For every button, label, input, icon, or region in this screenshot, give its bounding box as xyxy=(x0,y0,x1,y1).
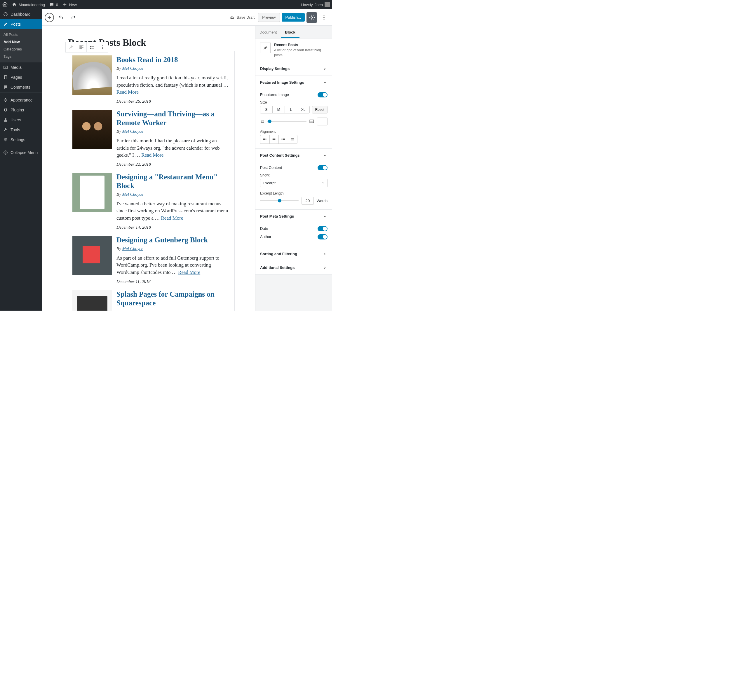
show-select[interactable]: Excerpt xyxy=(260,179,327,187)
reset-button[interactable]: Reset xyxy=(312,106,327,113)
svg-point-13 xyxy=(4,151,7,154)
post-title-link[interactable]: Designing a Gutenberg Block xyxy=(116,236,230,244)
read-more-link[interactable]: Read More xyxy=(178,270,200,275)
post-content-settings-toggle[interactable]: Post Content Settings xyxy=(255,149,332,162)
author-link[interactable]: Mel Choyce xyxy=(122,66,143,70)
post-meta-settings-toggle[interactable]: Post Meta Settings xyxy=(255,210,332,223)
pin-icon[interactable] xyxy=(66,42,76,52)
post-title-link[interactable]: Surviving—and Thriving—as a Remote Worke… xyxy=(116,110,230,127)
more-menu-button[interactable] xyxy=(319,12,329,23)
sub-categories[interactable]: Categories xyxy=(0,46,42,53)
sidebar-item-plugins[interactable]: Plugins xyxy=(0,105,42,115)
display-settings-toggle[interactable]: Display Settings xyxy=(255,62,332,76)
author-label: Author xyxy=(260,235,271,239)
sidebar-item-appearance[interactable]: Appearance xyxy=(0,95,42,105)
svg-point-10 xyxy=(5,138,5,139)
post-thumbnail xyxy=(72,290,112,311)
new-link[interactable]: New xyxy=(62,2,77,7)
sidebar-item-comments[interactable]: Comments xyxy=(0,82,42,92)
author-link[interactable]: Mel Choyce xyxy=(122,246,143,251)
publish-button[interactable]: Publish... xyxy=(282,13,305,21)
block-info: Recent PostsA list or grid of your lates… xyxy=(255,38,332,62)
align-right-icon[interactable] xyxy=(279,135,288,143)
excerpt-length-input[interactable] xyxy=(301,197,314,205)
list-view-icon[interactable] xyxy=(87,42,97,52)
block-more-icon[interactable] xyxy=(97,42,108,52)
sidebar-item-users[interactable]: Users xyxy=(0,115,42,125)
featured-settings-toggle[interactable]: Featured Image Settings xyxy=(255,76,332,89)
post-date: December 14, 2018 xyxy=(116,225,230,230)
sidebar-item-tools[interactable]: Tools xyxy=(0,125,42,135)
excerpt-length-slider[interactable] xyxy=(260,200,299,201)
featured-image-label: Feautured Image xyxy=(260,93,289,97)
read-more-link[interactable]: Read More xyxy=(161,215,183,221)
sub-tags[interactable]: Tags xyxy=(0,53,42,60)
save-draft-button[interactable]: Save Draft xyxy=(229,15,255,20)
svg-point-16 xyxy=(323,17,325,18)
post-title-link[interactable]: Books Read in 2018 xyxy=(116,55,230,64)
svg-point-20 xyxy=(102,46,103,46)
sidebar-item-pages[interactable]: Pages xyxy=(0,72,42,82)
comments-link[interactable]: 0 xyxy=(49,2,58,7)
sorting-filtering-toggle[interactable]: Sorting and Filtering xyxy=(255,247,332,261)
tab-document[interactable]: Document xyxy=(255,26,281,38)
post-content-toggle[interactable] xyxy=(318,165,327,170)
tab-block[interactable]: Block xyxy=(281,26,299,38)
size-slider[interactable] xyxy=(267,121,306,122)
post-item: Splash Pages for Campaigns on Squarespac… xyxy=(72,290,230,311)
post-title-link[interactable]: Splash Pages for Campaigns on Squarespac… xyxy=(116,290,230,307)
sub-add-new[interactable]: Add New xyxy=(0,38,42,46)
align-left-icon[interactable] xyxy=(260,135,270,143)
post-item: Surviving—and Thriving—as a Remote Worke… xyxy=(72,110,230,167)
sidebar-item-settings[interactable]: Settings xyxy=(0,135,42,145)
align-icon[interactable] xyxy=(76,42,87,52)
sub-all-posts[interactable]: All Posts xyxy=(0,31,42,38)
read-more-link[interactable]: Read More xyxy=(141,152,164,158)
size-l-button[interactable]: L xyxy=(285,106,297,113)
recent-posts-block[interactable]: Books Read in 2018 By Mel Choyce I read … xyxy=(68,51,235,311)
howdy-user[interactable]: Howdy, Joen xyxy=(301,2,330,7)
sidebar-item-media[interactable]: Media xyxy=(0,63,42,72)
align-full-icon[interactable] xyxy=(288,135,297,143)
sidebar-item-dashboard[interactable]: Dashboard xyxy=(0,9,42,19)
author-link[interactable]: Mel Choyce xyxy=(122,192,143,197)
author-toggle[interactable] xyxy=(318,234,327,239)
post-excerpt: I've wanted a better way of making resta… xyxy=(116,200,230,222)
alignment-buttons[interactable] xyxy=(260,135,297,144)
pin-icon xyxy=(260,43,271,53)
align-center-icon[interactable] xyxy=(270,135,279,143)
preview-button[interactable]: Preview xyxy=(258,13,280,22)
site-link[interactable]: Mountaineering xyxy=(12,2,45,7)
author-link[interactable]: Mel Choyce xyxy=(122,129,143,134)
size-m-button[interactable]: M xyxy=(273,106,285,113)
svg-rect-25 xyxy=(310,120,313,123)
settings-toggle-button[interactable] xyxy=(306,12,317,23)
words-label: Words xyxy=(317,198,327,203)
svg-rect-23 xyxy=(261,120,264,122)
size-input[interactable] xyxy=(317,117,327,125)
svg-point-17 xyxy=(323,18,325,20)
undo-button[interactable] xyxy=(56,12,66,23)
editor-canvas[interactable]: Recent Posts Block Books Read in 2018 By… xyxy=(42,26,255,311)
wp-logo[interactable] xyxy=(2,2,8,7)
add-block-button[interactable] xyxy=(45,13,54,22)
size-button-group[interactable]: SMLXL xyxy=(260,106,310,113)
admin-bar: Mountaineering 0 New Howdy, Joen xyxy=(0,0,332,9)
additional-settings-toggle[interactable]: Additional Settings xyxy=(255,261,332,275)
post-thumbnail xyxy=(72,236,112,275)
size-xl-button[interactable]: XL xyxy=(297,106,309,113)
redo-button[interactable] xyxy=(68,12,78,23)
read-more-link[interactable]: Read More xyxy=(116,89,139,95)
svg-point-15 xyxy=(323,15,325,16)
size-s-button[interactable]: S xyxy=(260,106,273,113)
post-title-link[interactable]: Designing a "Restaurant Menu" Block xyxy=(116,173,230,190)
post-content-label: Post Content xyxy=(260,165,282,170)
svg-rect-18 xyxy=(90,46,91,47)
post-byline: By Mel Choyce xyxy=(116,246,230,251)
avatar xyxy=(325,2,330,7)
block-title: Recent Posts xyxy=(274,43,327,47)
date-toggle[interactable] xyxy=(318,226,327,231)
sidebar-collapse[interactable]: Collapse Menu xyxy=(0,148,42,157)
featured-image-toggle[interactable] xyxy=(318,92,327,98)
sidebar-item-posts[interactable]: Posts xyxy=(0,19,42,29)
